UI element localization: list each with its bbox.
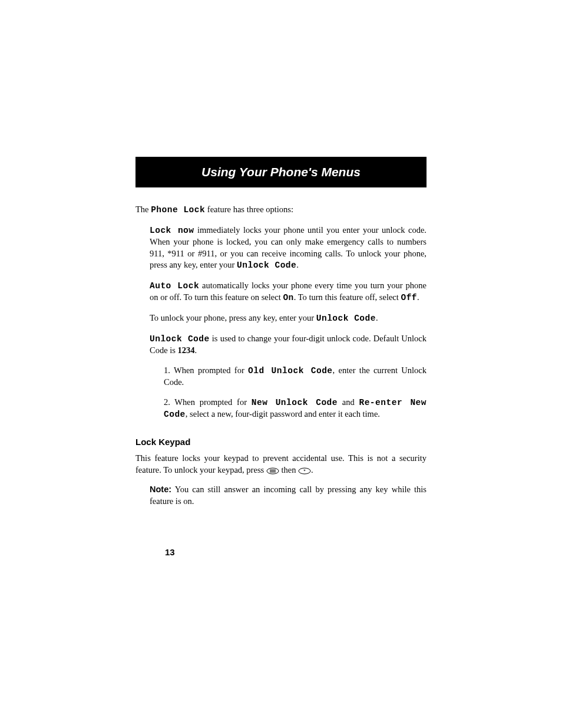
unlock-code-label: Unlock Code — [316, 314, 376, 323]
text: . — [296, 260, 299, 269]
body-text: The Phone Lock feature has three options… — [135, 204, 427, 507]
unlock-code-label: Unlock Code — [150, 334, 210, 344]
text: To unlock your phone, press any key, ent… — [150, 313, 316, 322]
step-2: 2. When prompted for New Unlock Code and… — [135, 397, 427, 421]
text: . — [311, 465, 313, 475]
note-paragraph: Note: You can still answer an incoming c… — [135, 484, 427, 507]
text: , select a new, four-digit password and … — [186, 409, 380, 419]
lock-keypad-heading: Lock Keypad — [135, 436, 427, 448]
text: The — [135, 205, 151, 214]
text: . — [417, 292, 419, 302]
note-label: Note: — [150, 485, 171, 494]
star-key-icon: * — [298, 467, 311, 475]
note-text: You can still answer an incoming call by… — [150, 485, 427, 506]
text: 2. When prompted for — [164, 397, 252, 407]
document-page: Using Your Phone's Menus The Phone Lock … — [0, 0, 562, 728]
auto-lock-label: Auto Lock — [150, 281, 199, 291]
intro-paragraph: The Phone Lock feature has three options… — [135, 204, 427, 216]
text: . To turn this feature off, select — [294, 292, 401, 302]
text: feature has three options: — [205, 205, 293, 214]
unlock-code-label: Unlock Code — [237, 261, 296, 270]
auto-lock-paragraph: Auto Lock automatically locks your phone… — [135, 280, 427, 304]
lock-now-label: Lock now — [150, 226, 194, 235]
text: 1. When prompted for — [164, 365, 248, 375]
phone-lock-label: Phone Lock — [151, 205, 205, 215]
text: . — [376, 313, 378, 322]
step-1: 1. When prompted for Old Unlock Code, en… — [135, 365, 427, 388]
unlock-phone-paragraph: To unlock your phone, press any key, ent… — [135, 312, 427, 325]
lock-now-paragraph: Lock now immediately locks your phone un… — [135, 225, 427, 272]
off-label: Off — [401, 293, 417, 302]
menu-key-icon — [266, 467, 279, 475]
default-code: 1234 — [178, 345, 195, 355]
lock-keypad-paragraph: This feature locks your keypad to preven… — [135, 453, 427, 476]
page-number: 13 — [165, 547, 175, 557]
section-header-bar: Using Your Phone's Menus — [135, 157, 427, 187]
new-unlock-code-label: New Unlock Code — [252, 398, 338, 407]
svg-text:*: * — [303, 468, 306, 474]
unlock-code-paragraph: Unlock Code is used to change your four-… — [135, 333, 427, 357]
text: . — [195, 345, 197, 355]
old-unlock-code-label: Old Unlock Code — [248, 366, 332, 375]
on-label: On — [283, 293, 293, 302]
text: then — [279, 465, 298, 475]
header-title: Using Your Phone's Menus — [201, 165, 361, 179]
text: and — [338, 397, 359, 407]
